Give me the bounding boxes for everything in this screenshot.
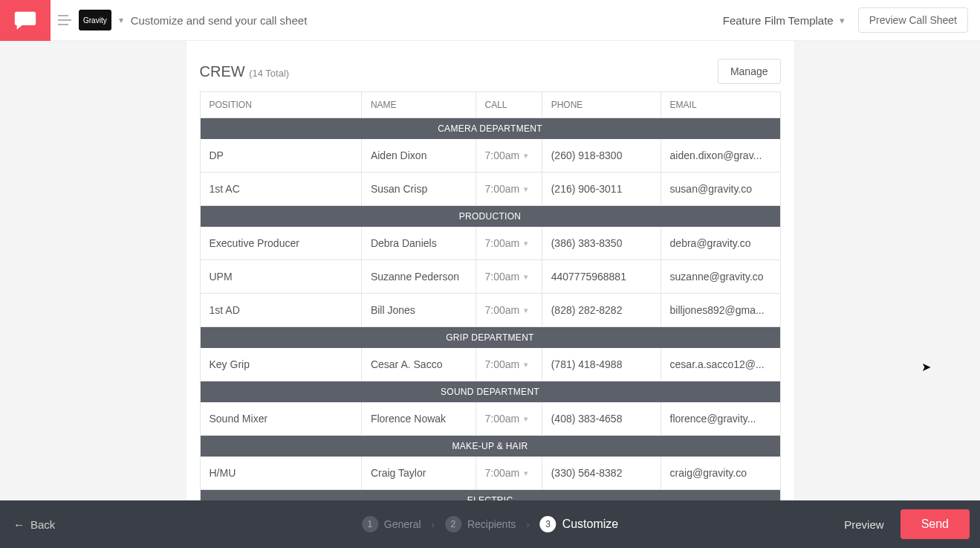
step-label-1: General	[384, 518, 421, 530]
col-email: EMAIL	[661, 92, 780, 118]
table-row: H/MUCraig Taylor7:00am▾(330) 564-8382cra…	[201, 457, 780, 490]
department-row: PRODUCTION	[201, 206, 780, 227]
table-row: 1st ACSusan Crisp7:00am▾(216) 906-3011su…	[201, 173, 780, 206]
cell-call[interactable]: 7:00am▾	[476, 348, 542, 381]
arrow-left-icon: ←	[13, 518, 25, 531]
chevron-down-icon: ▾	[840, 15, 845, 26]
project-chevron-icon[interactable]: ▾	[119, 15, 123, 25]
cell-call[interactable]: 7:00am▾	[476, 402, 542, 436]
department-label: GRIP DEPARTMENT	[201, 327, 780, 348]
cell-name: Bill Jones	[362, 294, 476, 327]
table-row: UPMSuzanne Pederson7:00am▾4407775968881s…	[201, 260, 780, 294]
table-row: DPAiden Dixon7:00am▾(260) 918-8300aiden.…	[201, 139, 780, 173]
col-position: POSITION	[201, 92, 362, 118]
chevron-down-icon: ▾	[524, 151, 528, 161]
call-sheet-panel: CREW (14 Total) Manage POSITION NAME CAL…	[186, 41, 794, 500]
cell-phone: (330) 564-8382	[542, 457, 661, 490]
department-label: SOUND DEPARTMENT	[201, 381, 780, 402]
cell-position: UPM	[201, 260, 362, 294]
cell-phone: (408) 383-4658	[542, 402, 661, 436]
cell-call[interactable]: 7:00am▾	[476, 294, 542, 327]
cell-email: suzanne@gravity.co	[661, 260, 780, 294]
cell-name: Debra Daniels	[362, 227, 476, 260]
table-row: Sound MixerFlorence Nowak7:00am▾(408) 38…	[201, 402, 780, 436]
cell-email: debra@gravity.co	[661, 227, 780, 260]
preview-link[interactable]: Preview	[844, 518, 883, 531]
cell-position: 1st AD	[201, 294, 362, 327]
cell-name: Florence Nowak	[362, 402, 476, 436]
chevron-right-icon: ›	[432, 519, 435, 530]
call-time: 7:00am	[485, 358, 520, 370]
cell-position: Key Grip	[201, 348, 362, 381]
cell-phone: (828) 282-8282	[542, 294, 661, 327]
cell-call[interactable]: 7:00am▾	[476, 139, 542, 173]
cell-position: H/MU	[201, 457, 362, 490]
menu-icon[interactable]	[51, 0, 79, 41]
chevron-down-icon: ▾	[524, 414, 528, 424]
call-time: 7:00am	[485, 271, 520, 283]
template-selector[interactable]: Feature Film Template ▾	[723, 14, 845, 27]
department-label: ELECTRIC	[201, 490, 780, 500]
col-phone: PHONE	[542, 92, 661, 118]
cell-call[interactable]: 7:00am▾	[476, 227, 542, 260]
wizard-steps: 1 General › 2 Recipients › 3 Customize	[356, 516, 624, 532]
step-customize[interactable]: 3 Customize	[540, 516, 619, 532]
crew-section-title: CREW (14 Total)	[200, 63, 290, 80]
cell-email: aiden.dixon@grav...	[661, 139, 780, 173]
cell-name: Craig Taylor	[362, 457, 476, 490]
manage-button[interactable]: Manage	[718, 59, 781, 84]
step-num-3: 3	[540, 516, 556, 532]
crew-section-header: CREW (14 Total) Manage	[186, 41, 794, 91]
cell-phone: (216) 906-3011	[542, 173, 661, 206]
cell-name: Susan Crisp	[362, 173, 476, 206]
col-name: NAME	[362, 92, 476, 118]
cell-name: Suzanne Pederson	[362, 260, 476, 294]
cell-phone: 4407775968881	[542, 260, 661, 294]
step-num-2: 2	[445, 516, 461, 532]
project-chip[interactable]: Gravity	[79, 10, 111, 30]
bottom-right: Preview Send	[844, 509, 970, 539]
department-label: MAKE-UP & HAIR	[201, 436, 780, 457]
cell-call[interactable]: 7:00am▾	[476, 173, 542, 206]
cell-call[interactable]: 7:00am▾	[476, 260, 542, 294]
cell-position: Sound Mixer	[201, 402, 362, 436]
call-time: 7:00am	[485, 413, 520, 425]
crew-table: POSITION NAME CALL PHONE EMAIL CAMERA DE…	[200, 91, 781, 500]
cell-email: craig@gravity.co	[661, 457, 780, 490]
department-row: CAMERA DEPARTMENT	[201, 118, 780, 139]
chevron-down-icon: ▾	[524, 306, 528, 315]
page-title: Customize and send your call sheet	[131, 14, 308, 27]
step-general[interactable]: 1 General	[362, 516, 421, 532]
call-time: 7:00am	[485, 237, 520, 249]
department-row: SOUND DEPARTMENT	[201, 381, 780, 402]
call-time: 7:00am	[485, 183, 520, 195]
cell-email: florence@gravity...	[661, 402, 780, 436]
col-call: CALL	[476, 92, 542, 118]
cell-email: cesar.a.sacco12@...	[661, 348, 780, 381]
department-row: ELECTRIC	[201, 490, 780, 500]
cell-phone: (781) 418-4988	[542, 348, 661, 381]
cell-name: Cesar A. Sacco	[362, 348, 476, 381]
cell-position: Executive Producer	[201, 227, 362, 260]
step-recipients[interactable]: 2 Recipients	[445, 516, 516, 532]
top-bar: Gravity ▾ Customize and send your call s…	[0, 0, 980, 41]
call-time: 7:00am	[485, 467, 520, 479]
app-logo[interactable]	[0, 0, 51, 41]
department-label: CAMERA DEPARTMENT	[201, 118, 780, 139]
chevron-down-icon: ▾	[524, 272, 528, 282]
send-button[interactable]: Send	[901, 509, 970, 539]
section-title-text: CREW	[200, 63, 245, 80]
preview-call-sheet-button[interactable]: Preview Call Sheet	[858, 7, 968, 33]
back-button[interactable]: ← Back	[13, 518, 55, 531]
department-row: GRIP DEPARTMENT	[201, 327, 780, 348]
bottom-bar: ← Back 1 General › 2 Recipients › 3 Cust…	[0, 500, 980, 548]
cell-name: Aiden Dixon	[362, 139, 476, 173]
section-count: (14 Total)	[249, 68, 289, 79]
cell-position: 1st AC	[201, 173, 362, 206]
table-row: Executive ProducerDebra Daniels7:00am▾(3…	[201, 227, 780, 260]
cell-phone: (386) 383-8350	[542, 227, 661, 260]
cell-phone: (260) 918-8300	[542, 139, 661, 173]
cell-call[interactable]: 7:00am▾	[476, 457, 542, 490]
cell-position: DP	[201, 139, 362, 173]
table-row: Key GripCesar A. Sacco7:00am▾(781) 418-4…	[201, 348, 780, 381]
